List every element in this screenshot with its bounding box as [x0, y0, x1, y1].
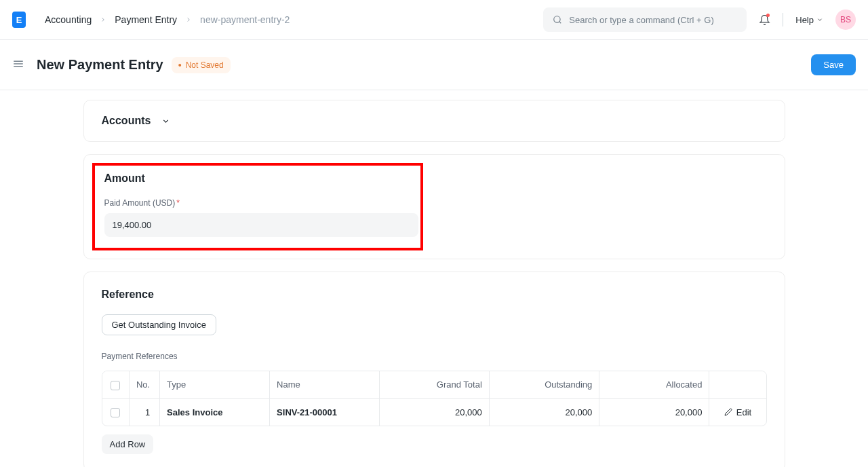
avatar[interactable]: BS [835, 10, 856, 30]
breadcrumb-current: new-payment-entry-2 [200, 14, 290, 25]
accounts-toggle[interactable]: Accounts [102, 115, 767, 127]
col-edit-header [709, 371, 766, 398]
amount-section: Amount Paid Amount (USD)* 19,400.00 [83, 154, 785, 259]
payment-references-label: Payment References [102, 352, 767, 361]
pencil-icon [724, 408, 732, 416]
col-allocated-header[interactable]: Allocated [599, 371, 709, 398]
page-title: New Payment Entry [37, 57, 163, 73]
col-grandtotal-header[interactable]: Grand Total [379, 371, 489, 398]
paid-amount-label: Paid Amount (USD)* [104, 198, 411, 208]
breadcrumb: Accounting Payment Entry new-payment-ent… [45, 14, 290, 25]
select-all-checkbox[interactable] [111, 381, 120, 390]
add-row-button[interactable]: Add Row [102, 434, 154, 454]
page-header-left: New Payment Entry Not Saved [12, 57, 231, 73]
row-allocated: 20,000 [599, 398, 709, 426]
reference-section: Reference Get Outstanding Invoice Paymen… [83, 272, 785, 467]
col-no-header: No. [129, 371, 159, 398]
amount-highlight: Amount Paid Amount (USD)* 19,400.00 [92, 163, 423, 250]
payment-references-table: No. Type Name Grand Total Outstanding Al… [102, 371, 767, 426]
menu-toggle[interactable] [12, 58, 24, 72]
app-logo-text: E [16, 15, 22, 25]
status-text: Not Saved [186, 60, 224, 70]
notifications-button[interactable] [759, 14, 770, 26]
search-icon [553, 15, 562, 24]
row-outstanding: 20,000 [489, 398, 599, 426]
col-name-header[interactable]: Name [270, 371, 380, 398]
accounts-section: Accounts [83, 100, 785, 142]
get-outstanding-invoice-button[interactable]: Get Outstanding Invoice [102, 314, 216, 335]
table-header-row: No. Type Name Grand Total Outstanding Al… [102, 371, 766, 398]
navbar: E Accounting Payment Entry new-payment-e… [0, 0, 868, 40]
chevron-down-icon [161, 117, 170, 126]
col-outstanding-header[interactable]: Outstanding [489, 371, 599, 398]
navbar-left: E Accounting Payment Entry new-payment-e… [12, 12, 290, 28]
page-header: New Payment Entry Not Saved Save [0, 40, 868, 90]
edit-label: Edit [736, 407, 751, 417]
svg-point-0 [554, 16, 560, 22]
chevron-right-icon [185, 16, 192, 23]
amount-title: Amount [104, 172, 411, 185]
chevron-right-icon [100, 16, 106, 23]
col-type-header[interactable]: Type [160, 371, 270, 398]
table-row[interactable]: 1 Sales Invoice SINV-21-00001 20,000 20,… [102, 398, 766, 426]
nav-divider [783, 13, 783, 26]
hamburger-icon [12, 58, 24, 70]
app-logo[interactable]: E [12, 12, 26, 28]
breadcrumb-payment-entry[interactable]: Payment Entry [115, 14, 177, 25]
status-badge: Not Saved [172, 57, 231, 73]
avatar-initials: BS [840, 15, 851, 24]
accounts-title: Accounts [102, 115, 151, 127]
help-button[interactable]: Help [795, 15, 823, 25]
row-checkbox[interactable] [111, 408, 120, 417]
row-name: SINV-21-00001 [270, 398, 380, 426]
search-input[interactable] [543, 7, 747, 32]
help-label: Help [795, 15, 814, 25]
save-button[interactable]: Save [811, 54, 856, 75]
search-field[interactable] [569, 15, 737, 25]
content: Accounts Amount Paid Amount (USD)* 19,40… [0, 90, 868, 467]
paid-amount-input[interactable]: 19,400.00 [104, 213, 418, 237]
row-grand-total: 20,000 [379, 398, 489, 426]
breadcrumb-accounting[interactable]: Accounting [45, 14, 92, 25]
edit-row-button[interactable]: Edit [716, 407, 759, 417]
row-type: Sales Invoice [160, 398, 270, 426]
row-no: 1 [129, 398, 159, 426]
navbar-right: Help BS [543, 7, 856, 32]
chevron-down-icon [816, 16, 823, 23]
svg-line-1 [559, 22, 561, 24]
reference-title: Reference [102, 288, 767, 301]
notification-dot [766, 14, 770, 17]
